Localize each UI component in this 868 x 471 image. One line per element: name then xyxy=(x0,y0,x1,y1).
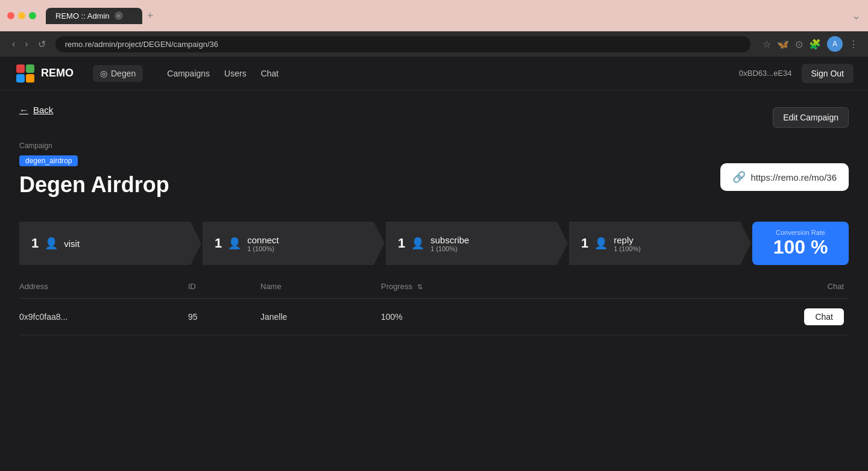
main-content: ← Back Edit Campaign Campaign degen_aird… xyxy=(0,90,868,471)
funnel-step-visit: 1 👤 visit xyxy=(19,222,190,265)
row-address: 0x9fc0faa8... xyxy=(19,312,188,322)
funnel-reply-name: reply xyxy=(614,235,641,245)
browser-extend-button[interactable]: ⌄ xyxy=(852,9,861,22)
back-nav-button[interactable]: ‹ xyxy=(10,37,17,51)
top-nav: REMO ◎ Degen Campaigns Users Chat 0xBD63… xyxy=(0,57,868,90)
logo: REMO xyxy=(14,63,74,84)
nav-campaigns[interactable]: Campaigns xyxy=(167,69,210,78)
tab-bar: REMO :: Admin × + xyxy=(46,7,847,25)
funnel-subscribe-count: 1 xyxy=(398,236,405,251)
row-chat-cell: Chat xyxy=(502,308,849,325)
link-icon: 🔗 xyxy=(732,170,746,184)
tab-title: REMO :: Admin xyxy=(55,11,110,20)
menu-button[interactable]: ⋮ xyxy=(849,39,858,50)
header-address: Address xyxy=(19,282,188,291)
funnel-connect-user-icon: 👤 xyxy=(228,237,241,250)
funnel-visit-count: 1 xyxy=(31,236,39,251)
new-tab-button[interactable]: + xyxy=(142,7,159,25)
profile-avatar[interactable]: A xyxy=(827,36,843,52)
row-name: Janelle xyxy=(260,312,381,322)
header-id: ID xyxy=(188,282,260,291)
app-container: REMO ◎ Degen Campaigns Users Chat 0xBD63… xyxy=(0,57,868,471)
table-header: Address ID Name Progress ⇅ Chat xyxy=(19,275,849,299)
row-progress: 100% xyxy=(381,312,502,322)
edit-campaign-button[interactable]: Edit Campaign xyxy=(773,107,849,128)
funnel-connect-name: connect xyxy=(247,235,279,245)
funnel-visit-label: visit xyxy=(64,239,80,249)
traffic-lights xyxy=(7,12,36,19)
project-selector[interactable]: ◎ Degen xyxy=(93,65,143,82)
logo-text: REMO xyxy=(41,67,74,80)
campaign-section-label: Campaign xyxy=(19,142,169,150)
funnel-step-reply: 1 👤 reply 1 (100%) xyxy=(569,222,740,265)
project-icon: ◎ xyxy=(100,69,107,78)
funnel-connect-count: 1 xyxy=(215,236,222,251)
funnel-subscribe-sub: 1 (100%) xyxy=(430,245,469,252)
nav-right: 0xBD63...eE34 Sign Out xyxy=(739,64,854,83)
extension-icon-1[interactable]: 🦋 xyxy=(777,39,789,50)
address-bar-actions: ☆ 🦋 ⊙ 🧩 A ⋮ xyxy=(763,36,858,52)
wallet-address: 0xBD63...eE34 xyxy=(739,69,791,78)
logo-cell-r xyxy=(16,64,25,73)
nav-links: Campaigns Users Chat xyxy=(167,69,278,78)
funnel-reply-label: reply 1 (100%) xyxy=(614,235,641,252)
conversion-rate-value: 100 % xyxy=(773,236,828,258)
logo-cell-b xyxy=(16,74,25,83)
funnel-reply-user-icon: 👤 xyxy=(594,237,608,250)
data-table: Address ID Name Progress ⇅ Chat 0x9fc0fa… xyxy=(19,275,849,335)
funnel-visit-user-icon: 👤 xyxy=(45,237,58,250)
funnel-connect-sub: 1 (100%) xyxy=(247,245,279,252)
close-traffic-light[interactable] xyxy=(7,12,14,19)
url-bar[interactable]: remo.re/admin/project/DEGEN/campaign/36 xyxy=(55,36,750,52)
progress-sort-icon: ⇅ xyxy=(417,283,423,291)
nav-buttons: ‹ › ↺ xyxy=(10,37,48,51)
reload-button[interactable]: ↺ xyxy=(36,37,48,51)
funnel-subscribe-label: subscribe 1 (100%) xyxy=(430,235,469,252)
campaign-info: Campaign degen_airdrop Degen Airdrop xyxy=(19,142,169,212)
back-button[interactable]: ← Back xyxy=(19,105,53,115)
funnel-reply-count: 1 xyxy=(581,236,588,251)
browser-chrome: REMO :: Admin × + ⌄ xyxy=(0,0,868,31)
extensions-button[interactable]: 🧩 xyxy=(809,39,821,50)
extension-icon-2[interactable]: ⊙ xyxy=(795,39,803,50)
nav-users[interactable]: Users xyxy=(224,69,247,78)
tab-close-button[interactable]: × xyxy=(115,11,123,20)
funnel-reply-sub: 1 (100%) xyxy=(614,245,641,252)
funnel-subscribe-user-icon: 👤 xyxy=(411,237,424,250)
url-text: remo.re/admin/project/DEGEN/campaign/36 xyxy=(65,40,218,49)
sign-out-button[interactable]: Sign Out xyxy=(802,64,854,83)
funnel-visit-name: visit xyxy=(64,239,80,249)
campaign-tag: degen_airdrop xyxy=(19,155,78,166)
header-progress[interactable]: Progress ⇅ xyxy=(381,282,502,291)
conversion-rate-label: Conversion Rate xyxy=(776,229,825,236)
table-row: 0x9fc0faa8... 95 Janelle 100% Chat xyxy=(19,299,849,335)
logo-cell-g xyxy=(26,64,34,73)
campaign-url[interactable]: https://remo.re/mo/36 xyxy=(750,172,837,182)
funnel: 1 👤 visit 1 👤 connect 1 (100%) 1 👤 subsc… xyxy=(19,222,849,265)
back-arrow-icon: ← xyxy=(19,105,28,115)
funnel-connect-label: connect 1 (100%) xyxy=(247,235,279,252)
star-icon[interactable]: ☆ xyxy=(763,39,771,50)
funnel-step-connect: 1 👤 connect 1 (100%) xyxy=(203,222,374,265)
campaign-title: Degen Airdrop xyxy=(19,172,169,198)
maximize-traffic-light[interactable] xyxy=(29,12,36,19)
project-name: Degen xyxy=(111,69,136,78)
funnel-subscribe-name: subscribe xyxy=(430,235,469,245)
row-id: 95 xyxy=(188,312,260,322)
forward-nav-button[interactable]: › xyxy=(22,37,30,51)
funnel-step-subscribe: 1 👤 subscribe 1 (100%) xyxy=(386,222,557,265)
minimize-traffic-light[interactable] xyxy=(18,12,25,19)
header-name: Name xyxy=(260,282,381,291)
address-bar: ‹ › ↺ remo.re/admin/project/DEGEN/campai… xyxy=(0,31,868,57)
nav-chat[interactable]: Chat xyxy=(261,69,279,78)
back-label: Back xyxy=(33,105,53,115)
header-chat: Chat xyxy=(502,282,849,291)
chat-button[interactable]: Chat xyxy=(804,308,844,325)
logo-icon xyxy=(14,63,36,84)
conversion-rate-box: Conversion Rate 100 % xyxy=(752,222,849,265)
logo-cell-o xyxy=(26,74,34,83)
active-tab[interactable]: REMO :: Admin × xyxy=(46,8,142,24)
